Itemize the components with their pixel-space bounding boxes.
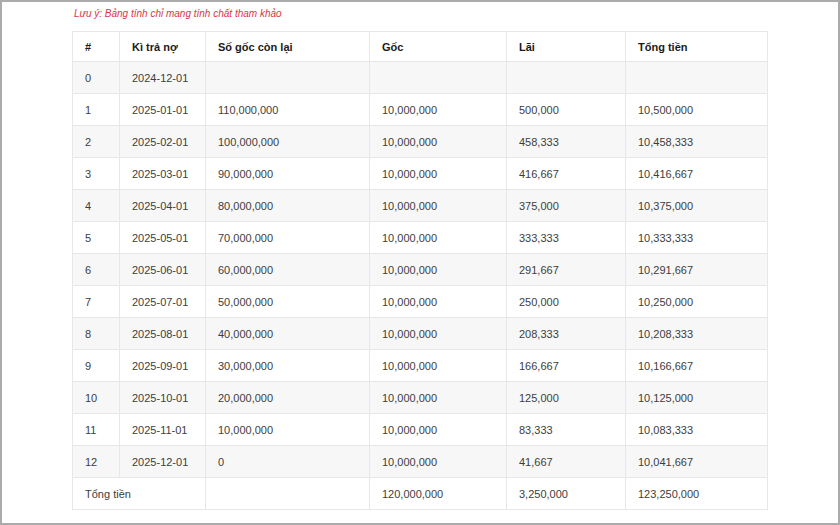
table-cell: 5 — [73, 222, 120, 254]
table-cell: 3 — [73, 158, 120, 190]
table-cell: 0 — [73, 62, 120, 94]
table-cell: 60,000,000 — [206, 254, 370, 286]
table-row: 82025-08-0140,000,00010,000,000208,33310… — [73, 318, 768, 350]
table-row: 12025-01-01110,000,00010,000,000500,0001… — [73, 94, 768, 126]
table-cell: 10,041,667 — [626, 446, 768, 478]
table-cell: 291,667 — [507, 254, 626, 286]
table-cell: 10,000,000 — [370, 414, 507, 446]
table-cell: 10,000,000 — [370, 446, 507, 478]
table-row: 72025-07-0150,000,00010,000,000250,00010… — [73, 286, 768, 318]
table-cell: 10,000,000 — [206, 414, 370, 446]
table-cell: 2025-10-01 — [120, 382, 206, 414]
table-cell: 458,333 — [507, 126, 626, 158]
amortization-table: #Kì trả nợSố gốc còn lạiGốcLãiTổng tiền … — [72, 31, 768, 510]
table-cell: 416,667 — [507, 158, 626, 190]
table-cell: 10,208,333 — [626, 318, 768, 350]
table-cell: 10,458,333 — [626, 126, 768, 158]
table-cell: 10,416,667 — [626, 158, 768, 190]
table-cell: 166,667 — [507, 350, 626, 382]
table-cell: 8 — [73, 318, 120, 350]
footer-total-cell: 3,250,000 — [507, 478, 626, 510]
table-cell — [370, 62, 507, 94]
table-cell: 11 — [73, 414, 120, 446]
footer-total-label: Tổng tiền — [73, 478, 206, 510]
table-cell: 10,125,000 — [626, 382, 768, 414]
table-cell: 10,000,000 — [370, 350, 507, 382]
table-cell: 500,000 — [507, 94, 626, 126]
table-cell: 2025-08-01 — [120, 318, 206, 350]
table-cell: 0 — [206, 446, 370, 478]
table-row: 02024-12-01 — [73, 62, 768, 94]
table-cell: 30,000,000 — [206, 350, 370, 382]
disclaimer-note: Lưu ý: Bảng tính chỉ mang tính chất tham… — [74, 8, 838, 20]
table-cell: 9 — [73, 350, 120, 382]
table-cell: 10,500,000 — [626, 94, 768, 126]
table-cell: 20,000,000 — [206, 382, 370, 414]
table-row: 52025-05-0170,000,00010,000,000333,33310… — [73, 222, 768, 254]
table-cell: 12 — [73, 446, 120, 478]
table-cell — [507, 62, 626, 94]
table-body: 02024-12-0112025-01-01110,000,00010,000,… — [73, 62, 768, 478]
table-cell: 2025-01-01 — [120, 94, 206, 126]
column-header: Gốc — [370, 32, 507, 62]
column-header: # — [73, 32, 120, 62]
column-header: Lãi — [507, 32, 626, 62]
table-cell: 80,000,000 — [206, 190, 370, 222]
table-row: 62025-06-0160,000,00010,000,000291,66710… — [73, 254, 768, 286]
table-cell: 40,000,000 — [206, 318, 370, 350]
table-cell: 2025-03-01 — [120, 158, 206, 190]
table-row: 92025-09-0130,000,00010,000,000166,66710… — [73, 350, 768, 382]
table-cell: 2025-12-01 — [120, 446, 206, 478]
table-cell: 2025-06-01 — [120, 254, 206, 286]
table-cell: 10,291,667 — [626, 254, 768, 286]
table-cell: 10,000,000 — [370, 190, 507, 222]
table-cell: 10,000,000 — [370, 94, 507, 126]
table-cell: 7 — [73, 286, 120, 318]
table-cell: 6 — [73, 254, 120, 286]
column-header: Tổng tiền — [626, 32, 768, 62]
table-row: 32025-03-0190,000,00010,000,000416,66710… — [73, 158, 768, 190]
table-cell: 10,000,000 — [370, 318, 507, 350]
table-cell — [206, 62, 370, 94]
table-cell: 100,000,000 — [206, 126, 370, 158]
table-row: 22025-02-01100,000,00010,000,000458,3331… — [73, 126, 768, 158]
table-cell: 1 — [73, 94, 120, 126]
table-cell: 10,000,000 — [370, 286, 507, 318]
table-row: 102025-10-0120,000,00010,000,000125,0001… — [73, 382, 768, 414]
table-cell: 2025-05-01 — [120, 222, 206, 254]
table-cell: 83,333 — [507, 414, 626, 446]
table-cell: 10 — [73, 382, 120, 414]
footer-total-cell: 123,250,000 — [626, 478, 768, 510]
column-header: Số gốc còn lại — [206, 32, 370, 62]
table-cell: 10,250,000 — [626, 286, 768, 318]
table-cell: 4 — [73, 190, 120, 222]
table-cell: 41,667 — [507, 446, 626, 478]
table-cell: 208,333 — [507, 318, 626, 350]
table-cell: 125,000 — [507, 382, 626, 414]
table-cell: 2025-09-01 — [120, 350, 206, 382]
table-cell: 70,000,000 — [206, 222, 370, 254]
table-cell: 2024-12-01 — [120, 62, 206, 94]
table-cell — [626, 62, 768, 94]
table-row: 112025-11-0110,000,00010,000,00083,33310… — [73, 414, 768, 446]
table-cell: 10,000,000 — [370, 222, 507, 254]
header-row: #Kì trả nợSố gốc còn lạiGốcLãiTổng tiền — [73, 32, 768, 62]
footer-total-cell — [206, 478, 370, 510]
footer-total-cell: 120,000,000 — [370, 478, 507, 510]
column-header: Kì trả nợ — [120, 32, 206, 62]
table-cell: 50,000,000 — [206, 286, 370, 318]
table-cell: 10,375,000 — [626, 190, 768, 222]
table-cell: 2025-02-01 — [120, 126, 206, 158]
table-cell: 90,000,000 — [206, 158, 370, 190]
table-cell: 2025-07-01 — [120, 286, 206, 318]
table-cell: 2025-11-01 — [120, 414, 206, 446]
table-cell: 10,000,000 — [370, 126, 507, 158]
table-cell: 2025-04-01 — [120, 190, 206, 222]
table-cell: 10,000,000 — [370, 158, 507, 190]
table-row: 42025-04-0180,000,00010,000,000375,00010… — [73, 190, 768, 222]
table-cell: 2 — [73, 126, 120, 158]
table-row: 122025-12-01010,000,00041,66710,041,667 — [73, 446, 768, 478]
table-cell: 10,333,333 — [626, 222, 768, 254]
table-cell: 10,083,333 — [626, 414, 768, 446]
footer-row: Tổng tiền120,000,0003,250,000123,250,000 — [73, 478, 768, 510]
